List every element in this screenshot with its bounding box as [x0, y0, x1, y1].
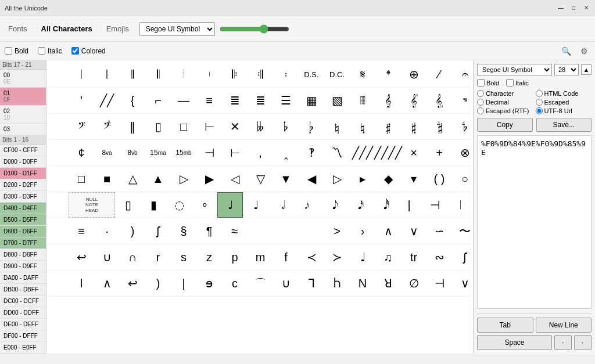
range-item-da00[interactable]: DA00 - DAFF: [0, 272, 46, 284]
char-cell[interactable]: 𝄂: [120, 62, 145, 87]
char-cell[interactable]: 𝄢: [69, 114, 94, 139]
char-cell[interactable]: ( ): [426, 166, 452, 192]
char-cell[interactable]: 15mb: [171, 140, 196, 165]
char-cell[interactable]: [273, 218, 299, 244]
range-item-d100[interactable]: D100 - D1FF: [0, 168, 46, 179]
char-cell[interactable]: 𝄅: [196, 62, 222, 87]
char-cell[interactable]: ◌: [166, 192, 192, 218]
char-cell[interactable]: ꓶ: [299, 271, 324, 296]
radio-decimal-input[interactable]: [477, 99, 484, 106]
minimize-btn[interactable]: —: [557, 4, 565, 12]
char-cell[interactable]: ×: [401, 140, 426, 165]
right-bold-option[interactable]: Bold: [477, 79, 499, 87]
char-cell[interactable]: ☰: [273, 88, 299, 113]
char-cell[interactable]: Ⴙ: [324, 271, 350, 296]
char-cell[interactable]: 𝄃: [145, 62, 171, 87]
range-item-cf00[interactable]: CF00 - CFFF: [0, 145, 46, 156]
char-cell[interactable]: r: [145, 244, 171, 270]
char-cell[interactable]: +: [426, 140, 452, 165]
char-cell[interactable]: ⊗: [452, 140, 473, 165]
char-cell[interactable]: ∪: [273, 271, 299, 296]
right-bold-checkbox[interactable]: [477, 79, 485, 87]
char-cell-null[interactable]: NULLNOTEHEAD: [69, 192, 115, 218]
char-cell[interactable]: D.S.: [299, 62, 324, 87]
char-cell[interactable]: ): [145, 271, 171, 296]
char-cell[interactable]: ▲: [145, 166, 171, 192]
char-cell[interactable]: >: [324, 218, 350, 244]
char-cell[interactable]: 𝄇: [248, 62, 273, 87]
tab-fonts[interactable]: Fonts: [5, 22, 31, 35]
char-cell[interactable]: p: [222, 244, 248, 270]
maximize-btn[interactable]: □: [569, 4, 578, 12]
size-increase-btn[interactable]: ▲: [581, 64, 592, 75]
char-cell[interactable]: ╱╱: [94, 88, 120, 113]
char-cell[interactable]: ▦: [299, 88, 324, 113]
char-cell[interactable]: ⊢: [196, 114, 222, 139]
char-cell[interactable]: 𝄐: [452, 62, 473, 87]
char-cell[interactable]: ': [69, 88, 94, 113]
char-cell[interactable]: ⊢: [222, 140, 248, 165]
char-cell[interactable]: ▾: [401, 166, 426, 192]
char-cell[interactable]: ∽: [426, 218, 452, 244]
range-item-df00[interactable]: DF00 - DFFF: [0, 330, 46, 342]
char-cell[interactable]: 𝄯: [350, 114, 375, 139]
range-item-d900[interactable]: D900 - D9FF: [0, 261, 46, 272]
char-cell[interactable]: ʃ: [145, 218, 171, 244]
char-cell[interactable]: c: [222, 271, 248, 296]
tab-button[interactable]: Tab: [477, 318, 533, 333]
char-cell[interactable]: ○: [452, 166, 473, 192]
range-item-dc00[interactable]: DC00 - DCFF: [0, 295, 46, 307]
char-cell[interactable]: ∧: [375, 218, 401, 244]
range-item-d500[interactable]: D500 - D5FF: [0, 214, 46, 226]
char-cell[interactable]: §: [171, 218, 196, 244]
char-cell-selected[interactable]: ♩: [217, 192, 243, 218]
char-cell[interactable]: |: [396, 192, 422, 218]
size-slider[interactable]: [220, 24, 289, 34]
range-item-d700[interactable]: D700 - D7FF: [0, 237, 46, 249]
char-cell[interactable]: ⊣: [426, 271, 452, 296]
char-cell[interactable]: ✕: [222, 114, 248, 139]
char-cell[interactable]: ♪: [294, 192, 320, 218]
range-item-de00[interactable]: DE00 - DEFF: [0, 319, 46, 330]
char-cell[interactable]: 8vb: [120, 140, 145, 165]
radio-rtf[interactable]: Escaped (RTF): [477, 107, 533, 114]
char-cell[interactable]: ∘: [192, 192, 217, 218]
char-cell[interactable]: 𝄮: [324, 114, 350, 139]
char-cell[interactable]: ⊣: [422, 192, 447, 218]
right-italic-option[interactable]: Italic: [506, 79, 529, 87]
space-button[interactable]: Space: [477, 335, 552, 350]
char-cell[interactable]: 𝅘𝅥𝅯: [345, 192, 371, 218]
range-item-dd00[interactable]: DD00 - DDFF: [0, 307, 46, 319]
char-cell[interactable]: 𝄌: [375, 62, 401, 87]
char-cell[interactable]: 𝄀: [447, 192, 473, 218]
char-cell[interactable]: [248, 218, 273, 244]
char-cell[interactable]: —: [171, 88, 196, 113]
char-cell[interactable]: ╱╱╱╱: [375, 140, 401, 165]
char-cell[interactable]: ▸: [350, 166, 375, 192]
tab-all-characters[interactable]: All Characters: [38, 22, 96, 35]
char-cell[interactable]: l: [69, 271, 94, 296]
char-cell[interactable]: 𝄁: [94, 62, 120, 87]
char-cell[interactable]: 𝄄: [171, 62, 196, 87]
range-item-00[interactable]: 000E: [0, 70, 46, 88]
char-cell[interactable]: ¢: [69, 140, 94, 165]
char-cell[interactable]: 〽: [324, 140, 350, 165]
char-cell[interactable]: 𝅗𝅥: [268, 192, 294, 218]
char-cell[interactable]: □: [171, 114, 196, 139]
char-cell[interactable]: 𝄭: [299, 114, 324, 139]
copy-button[interactable]: Copy: [477, 118, 533, 132]
char-cell[interactable]: D.C.: [324, 62, 350, 87]
search-btn[interactable]: 🔍: [559, 45, 574, 57]
radio-decimal[interactable]: Decimal: [477, 99, 533, 106]
char-cell[interactable]: ■: [94, 166, 120, 192]
char-cell[interactable]: □: [69, 166, 94, 192]
char-cell[interactable]: ∨: [401, 218, 426, 244]
char-cell[interactable]: ∧: [94, 271, 120, 296]
range-item-e000[interactable]: E000 - E0FF: [0, 342, 46, 354]
char-cell[interactable]: ,: [248, 140, 273, 165]
char-cell[interactable]: |: [171, 271, 196, 296]
bold-checkbox[interactable]: [5, 47, 12, 55]
char-cell[interactable]: 𝅘𝅥𝅮: [320, 192, 345, 218]
char-cell[interactable]: ¶: [196, 218, 222, 244]
char-cell[interactable]: ∕: [426, 62, 452, 87]
